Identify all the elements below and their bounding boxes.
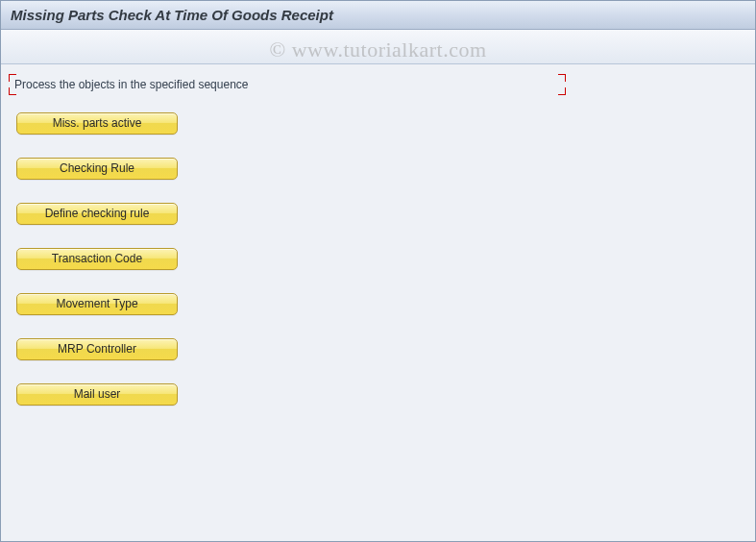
- page-title: Missing Parts Check At Time Of Goods Rec…: [11, 7, 333, 23]
- transaction-code-button[interactable]: Transaction Code: [16, 248, 178, 270]
- mrp-controller-button[interactable]: MRP Controller: [16, 338, 178, 360]
- movement-type-button[interactable]: Movement Type: [16, 293, 178, 315]
- application-toolbar: [1, 30, 755, 64]
- button-stack: Miss. parts active Checking Rule Define …: [9, 112, 747, 406]
- instruction-text: Process the objects in the specified seq…: [14, 78, 248, 91]
- frame-corner-icon: [9, 87, 16, 95]
- miss-parts-active-button[interactable]: Miss. parts active: [16, 112, 178, 135]
- define-checking-rule-button[interactable]: Define checking rule: [16, 203, 178, 225]
- title-bar: Missing Parts Check At Time Of Goods Rec…: [1, 1, 755, 30]
- checking-rule-button[interactable]: Checking Rule: [16, 158, 178, 180]
- frame-corner-icon: [558, 87, 566, 95]
- frame-corner-icon: [9, 74, 16, 82]
- frame-corner-icon: [558, 74, 566, 82]
- instruction-frame: Process the objects in the specified seq…: [9, 74, 566, 95]
- content-area: Process the objects in the specified seq…: [1, 64, 755, 415]
- mail-user-button[interactable]: Mail user: [16, 383, 178, 406]
